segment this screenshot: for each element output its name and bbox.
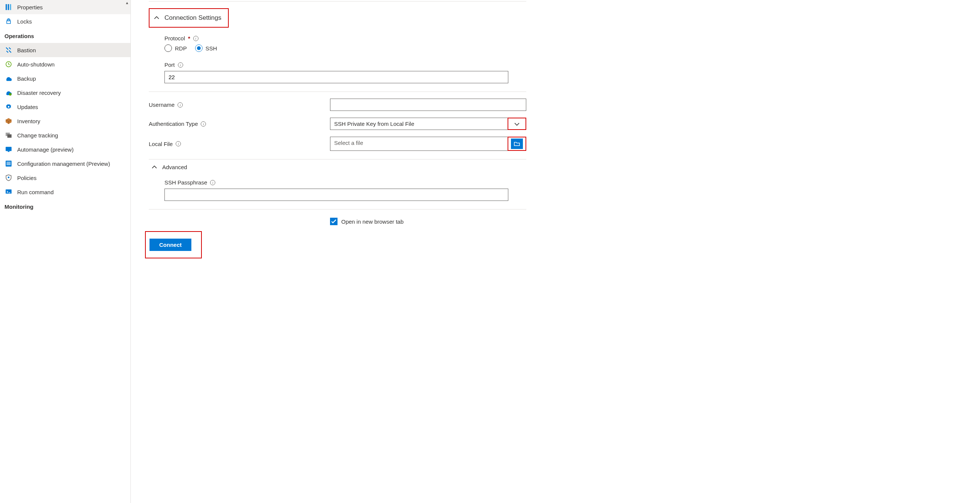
radio-label: SSH	[205, 45, 217, 52]
sidebar-section-monitoring: Monitoring	[0, 199, 130, 214]
info-icon[interactable]: i	[178, 102, 183, 108]
port-input[interactable]	[164, 71, 508, 83]
sidebar-item-auto-shutdown[interactable]: Auto-shutdown	[0, 57, 130, 71]
disaster-recovery-icon	[5, 89, 12, 96]
sidebar-item-backup[interactable]: Backup	[0, 71, 130, 86]
info-icon[interactable]: i	[210, 180, 215, 185]
info-icon[interactable]: i	[176, 141, 181, 146]
svg-rect-13	[6, 164, 11, 165]
required-asterisk: *	[188, 35, 190, 41]
username-input[interactable]	[330, 98, 526, 111]
protocol-ssh-radio[interactable]: SSH	[195, 44, 217, 52]
connect-button[interactable]: Connect	[150, 239, 191, 251]
inventory-icon	[5, 117, 12, 124]
svg-rect-2	[10, 4, 11, 10]
divider	[149, 209, 526, 209]
svg-rect-0	[6, 4, 7, 10]
divider	[149, 1, 526, 2]
sidebar-item-policies[interactable]: Policies	[0, 171, 130, 185]
sidebar-item-label: Configuration management (Preview)	[17, 160, 110, 167]
main-content: Connection Settings Protocol * i RDP SSH…	[138, 0, 541, 503]
auth-type-row: Authentication Type i SSH Private Key fr…	[149, 117, 526, 130]
info-icon[interactable]: i	[178, 62, 183, 68]
svg-rect-7	[8, 135, 11, 138]
checkbox-label: Open in new browser tab	[341, 219, 404, 225]
sidebar-item-inventory[interactable]: Inventory	[0, 114, 130, 128]
svg-rect-9	[8, 151, 10, 152]
check-icon	[331, 219, 336, 224]
local-file-label: Local File i	[149, 141, 330, 147]
sidebar-item-label: Inventory	[17, 118, 40, 124]
sidebar-item-label: Properties	[17, 4, 43, 11]
chevron-down-icon	[514, 121, 520, 127]
sidebar-item-change-tracking[interactable]: Change tracking	[0, 128, 130, 142]
folder-icon	[511, 138, 523, 149]
chevron-up-icon	[154, 15, 159, 21]
bastion-icon	[5, 47, 12, 53]
auth-type-label: Authentication Type i	[149, 121, 330, 127]
sidebar-item-label: Policies	[17, 175, 37, 181]
sidebar-item-automanage[interactable]: Automanage (preview)	[0, 142, 130, 157]
info-icon[interactable]: i	[193, 36, 199, 41]
sidebar-item-updates[interactable]: Updates	[0, 100, 130, 114]
svg-rect-8	[6, 147, 11, 151]
local-file-row: Local File i Select a file	[149, 136, 526, 151]
auth-type-select[interactable]: SSH Private Key from Local File	[330, 117, 508, 130]
sidebar-item-label: Run command	[17, 189, 54, 195]
expander-title: Connection Settings	[164, 14, 221, 22]
svg-rect-12	[6, 163, 11, 164]
sidebar-item-label: Disaster recovery	[17, 90, 61, 96]
sidebar-item-disaster-recovery[interactable]: Disaster recovery	[0, 86, 130, 100]
sidebar-item-properties[interactable]: Properties	[0, 0, 130, 14]
protocol-label: Protocol * i	[164, 35, 526, 41]
sidebar-item-bastion[interactable]: Bastion	[0, 43, 130, 57]
sidebar-item-label: Automanage (preview)	[17, 146, 74, 153]
info-icon[interactable]: i	[201, 121, 206, 127]
port-label: Port i	[164, 62, 526, 68]
open-new-tab-row: Open in new browser tab	[330, 218, 526, 225]
auth-type-dropdown-button[interactable]	[508, 117, 526, 130]
expander-title: Advanced	[162, 164, 187, 170]
connection-settings-expander[interactable]: Connection Settings	[149, 8, 229, 28]
svg-rect-1	[8, 4, 9, 10]
sidebar-item-label: Locks	[17, 18, 32, 25]
clock-icon	[5, 61, 12, 68]
gear-icon	[5, 103, 12, 110]
automanage-icon	[5, 146, 12, 153]
advanced-expander[interactable]: Advanced	[149, 159, 526, 173]
open-new-tab-checkbox[interactable]	[330, 218, 337, 225]
connection-settings-body: Protocol * i RDP SSH Port i	[149, 35, 526, 83]
svg-point-14	[8, 177, 10, 178]
svg-point-5	[8, 106, 10, 108]
protocol-radio-group: RDP SSH	[164, 44, 526, 52]
advanced-body: SSH Passphrase i	[149, 179, 526, 201]
run-command-icon	[5, 189, 12, 195]
svg-point-4	[9, 93, 11, 95]
scroll-up-indicator[interactable]: ▲	[125, 1, 129, 5]
change-tracking-icon	[5, 132, 12, 138]
radio-label: RDP	[175, 45, 187, 52]
sidebar-item-locks[interactable]: Locks	[0, 14, 130, 29]
ssh-passphrase-input[interactable]	[164, 189, 508, 201]
sidebar-item-run-command[interactable]: Run command	[0, 185, 130, 199]
radio-checked-icon	[195, 44, 202, 52]
sidebar-scrollbar[interactable]	[130, 112, 131, 220]
properties-icon	[5, 4, 12, 11]
protocol-rdp-radio[interactable]: RDP	[164, 44, 187, 52]
local-file-input[interactable]: Select a file	[330, 136, 508, 151]
sidebar-section-operations: Operations	[0, 29, 130, 43]
chevron-up-icon	[152, 165, 157, 170]
username-row: Username i	[149, 98, 526, 111]
sidebar-item-label: Auto-shutdown	[17, 61, 54, 68]
ssh-passphrase-label: SSH Passphrase i	[164, 179, 526, 186]
sidebar-item-config-mgmt[interactable]: Configuration management (Preview)	[0, 157, 130, 171]
sidebar-item-label: Backup	[17, 75, 36, 82]
sidebar-item-label: Change tracking	[17, 132, 58, 138]
local-file-browse-button[interactable]	[508, 136, 526, 151]
sidebar-item-label: Bastion	[17, 47, 36, 53]
divider	[149, 92, 526, 92]
sidebar: ▲ Properties Locks Operations Bastion Au…	[0, 0, 131, 503]
svg-rect-11	[6, 162, 11, 163]
policies-icon	[5, 175, 12, 181]
sidebar-item-label: Updates	[17, 104, 38, 110]
